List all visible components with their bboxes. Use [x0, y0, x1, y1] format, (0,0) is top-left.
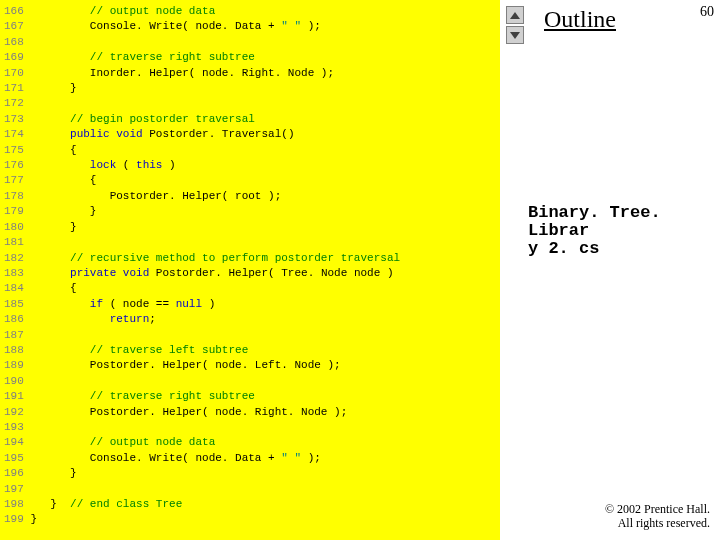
line-number: 196 — [4, 467, 24, 479]
line-number: 179 — [4, 205, 24, 217]
code-text — [30, 313, 109, 325]
code-line: 170 Inorder. Helper( node. Right. Node )… — [4, 66, 484, 81]
line-number: 181 — [4, 236, 24, 248]
code-line: 196 } — [4, 466, 484, 481]
line-number: 167 — [4, 20, 24, 32]
code-text: } — [30, 498, 70, 510]
code-line: 166 // output node data — [4, 4, 484, 19]
code-line: 180 } — [4, 220, 484, 235]
code-text: return — [110, 313, 150, 325]
code-text: Console. Write( node. Data + — [30, 20, 281, 32]
code-line: 183 private void Postorder. Helper( Tree… — [4, 266, 484, 281]
code-line: 195 Console. Write( node. Data + " " ); — [4, 451, 484, 466]
code-text: { — [30, 174, 96, 186]
code-text: { — [30, 282, 76, 294]
line-number: 191 — [4, 390, 24, 402]
code-line: 188 // traverse left subtree — [4, 343, 484, 358]
copyright-notice: © 2002 Prentice Hall. All rights reserve… — [605, 502, 710, 530]
line-number: 168 — [4, 36, 24, 48]
arrow-down-icon — [510, 32, 520, 39]
line-number: 194 — [4, 436, 24, 448]
line-number: 189 — [4, 359, 24, 371]
code-text: ); — [301, 20, 321, 32]
code-line: 176 lock ( this ) — [4, 158, 484, 173]
code-line: 191 // traverse right subtree — [4, 389, 484, 404]
nav-buttons — [506, 6, 524, 46]
code-text: ; — [149, 313, 156, 325]
line-number: 197 — [4, 483, 24, 495]
code-line: 199 } — [4, 512, 484, 527]
code-text: ( node == — [103, 298, 176, 310]
code-line: 182 // recursive method to perform posto… — [4, 251, 484, 266]
code-text: Inorder. Helper( node. Right. Node ); — [30, 67, 334, 79]
code-text: Postorder. Helper( node. Right. Node ); — [30, 406, 347, 418]
code-text: this — [136, 159, 162, 171]
code-text: Postorder. Helper( root ); — [30, 190, 281, 202]
code-text: Postorder. Helper( Tree. Node node ) — [149, 267, 393, 279]
code-text: ) — [162, 159, 175, 171]
page-number: 60 — [700, 4, 714, 20]
line-number: 188 — [4, 344, 24, 356]
code-line: 174 public void Postorder. Traversal() — [4, 127, 484, 142]
arrow-up-icon — [510, 12, 520, 19]
line-number: 183 — [4, 267, 24, 279]
code-text: { — [30, 144, 76, 156]
code-line: 178 Postorder. Helper( root ); — [4, 189, 484, 204]
nav-up-button[interactable] — [506, 6, 524, 24]
line-number: 199 — [4, 513, 24, 525]
line-number: 195 — [4, 452, 24, 464]
code-text: // traverse right subtree — [30, 51, 254, 63]
nav-down-button[interactable] — [506, 26, 524, 44]
code-text: " " — [281, 452, 301, 464]
code-text: public void — [70, 128, 143, 140]
code-line: 169 // traverse right subtree — [4, 50, 484, 65]
slide-sidebar: Outline 60 Binary. Tree. Librar y 2. cs … — [500, 0, 720, 540]
code-text: } — [30, 82, 76, 94]
line-number: 175 — [4, 144, 24, 156]
code-text: ); — [301, 452, 321, 464]
filename-line1: Binary. Tree. Librar — [528, 203, 661, 240]
line-number: 193 — [4, 421, 24, 433]
line-number: 171 — [4, 82, 24, 94]
code-text — [30, 128, 70, 140]
line-number: 198 — [4, 498, 24, 510]
code-text: } — [30, 205, 96, 217]
code-text: Postorder. Traversal() — [143, 128, 295, 140]
line-number: 180 — [4, 221, 24, 233]
code-line: 172 — [4, 96, 484, 111]
code-line: 179 } — [4, 204, 484, 219]
code-line: 193 — [4, 420, 484, 435]
code-text: private void — [70, 267, 149, 279]
code-text: Console. Write( node. Data + — [30, 452, 281, 464]
code-line: 177 { — [4, 173, 484, 188]
line-number: 185 — [4, 298, 24, 310]
code-listing: 166 // output node data167 Console. Writ… — [4, 4, 484, 528]
code-text: } — [30, 221, 76, 233]
outline-heading: Outline — [544, 6, 616, 33]
code-line: 186 return; — [4, 312, 484, 327]
code-line: 173 // begin postorder traversal — [4, 112, 484, 127]
code-text: // output node data — [30, 5, 215, 17]
line-number: 169 — [4, 51, 24, 63]
copyright-line2: All rights reserved. — [618, 516, 710, 530]
code-line: 185 if ( node == null ) — [4, 297, 484, 312]
code-text: // traverse left subtree — [30, 344, 248, 356]
code-line: 187 — [4, 328, 484, 343]
line-number: 190 — [4, 375, 24, 387]
code-line: 189 Postorder. Helper( node. Left. Node … — [4, 358, 484, 373]
source-filename: Binary. Tree. Librar y 2. cs — [528, 204, 720, 258]
code-line: 168 — [4, 35, 484, 50]
line-number: 166 — [4, 5, 24, 17]
code-line: 194 // output node data — [4, 435, 484, 450]
line-number: 174 — [4, 128, 24, 140]
line-number: 192 — [4, 406, 24, 418]
filename-line2: y 2. cs — [528, 239, 599, 258]
code-line: 184 { — [4, 281, 484, 296]
code-text — [30, 159, 89, 171]
code-text: // output node data — [30, 436, 215, 448]
line-number: 177 — [4, 174, 24, 186]
code-text: ( — [116, 159, 136, 171]
code-text: null — [176, 298, 202, 310]
code-text: if — [90, 298, 103, 310]
code-text — [30, 267, 70, 279]
